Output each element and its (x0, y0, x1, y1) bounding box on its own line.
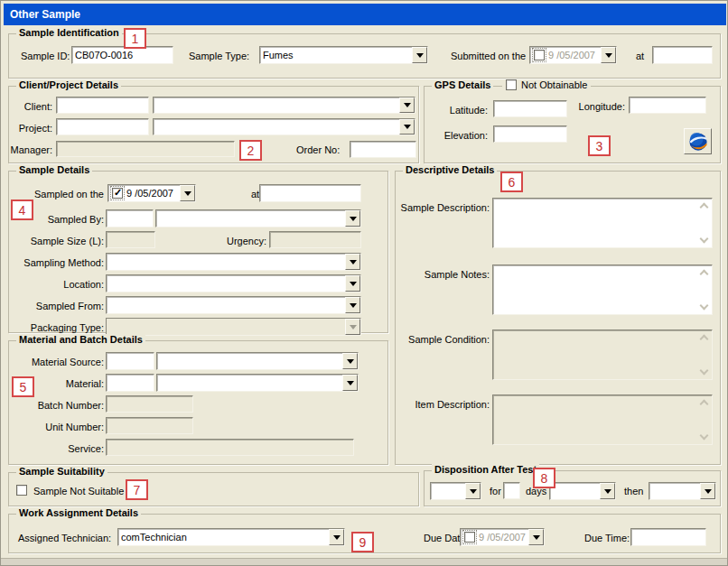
material-source-code-input[interactable] (106, 352, 154, 370)
material-code-input[interactable] (106, 374, 154, 392)
dropdown-arrow-icon[interactable] (345, 275, 360, 292)
group-title-disposition: Disposition After Test (432, 464, 539, 475)
material-source-combobox[interactable] (156, 352, 359, 370)
disposition-period-combobox[interactable] (549, 482, 616, 500)
assigned-technician-label: Assigned Technician: (18, 533, 111, 544)
disposition-action-combobox[interactable] (430, 482, 481, 500)
material-combobox[interactable] (156, 374, 359, 392)
due-time-label: Due Time: (584, 533, 630, 544)
submitted-on-label: Submitted on the (451, 51, 526, 62)
dropdown-arrow-icon[interactable] (465, 483, 481, 499)
dropdown-arrow-icon[interactable] (399, 97, 415, 113)
group-sample-identification: Sample Identification Sample ID: Sample … (8, 33, 721, 79)
client-label: Client: (9, 101, 52, 113)
annotation-badge-3: 3 (588, 135, 611, 156)
disposition-action-value[interactable] (431, 483, 465, 499)
dropdown-arrow-icon (345, 319, 360, 335)
disposition-then-combobox[interactable] (649, 482, 716, 500)
other-sample-window: Other Sample Sample Identification Sampl… (0, 0, 728, 566)
project-combobox[interactable] (153, 118, 415, 135)
assigned-technician-value[interactable] (118, 529, 329, 545)
order-no-input[interactable] (350, 141, 416, 158)
sample-id-input[interactable] (71, 46, 173, 64)
window-title: Other Sample (10, 8, 80, 21)
dropdown-arrow-icon[interactable] (345, 297, 360, 313)
sampled-on-date-picker[interactable]: ✓ 9 /05/2007 (107, 184, 196, 202)
project-code-input[interactable] (56, 118, 149, 135)
sample-description-field[interactable] (492, 198, 713, 248)
sample-type-combobox[interactable] (259, 46, 428, 64)
sampled-at-label: at (251, 189, 259, 200)
dropdown-arrow-icon[interactable] (329, 529, 344, 545)
dropdown-arrow-icon[interactable] (412, 47, 427, 63)
group-title-client-project: Client/Project Details (16, 79, 121, 90)
location-label: Location: (9, 279, 104, 291)
group-sample-details: Sample Details Sampled on the ✓ 9 /05/20… (8, 171, 388, 333)
location-combobox[interactable] (106, 274, 361, 292)
client-code-input[interactable] (56, 97, 149, 114)
annotation-badge-1: 1 (124, 28, 146, 49)
sample-condition-label: Sample Condition: (396, 334, 490, 346)
sampled-by-combobox[interactable] (155, 209, 361, 227)
dropdown-arrow-icon[interactable] (399, 119, 415, 135)
latitude-input[interactable] (493, 100, 567, 117)
due-date-picker[interactable]: 9 /05/2007 (460, 528, 545, 546)
sample-size-input (106, 231, 155, 248)
dropdown-arrow-icon[interactable] (180, 185, 195, 201)
packaging-type-label: Packaging Type: (9, 322, 104, 334)
sampled-at-input[interactable] (259, 184, 361, 202)
dropdown-arrow-icon[interactable] (342, 375, 358, 391)
dropdown-arrow-icon[interactable] (345, 210, 360, 227)
due-date-checkbox[interactable] (464, 532, 475, 543)
dropdown-arrow-icon[interactable] (345, 254, 360, 270)
google-earth-button[interactable] (684, 128, 712, 154)
sample-notes-textarea[interactable] (493, 265, 712, 314)
sampled-by-value[interactable] (156, 210, 345, 227)
dropdown-arrow-icon[interactable] (601, 47, 616, 63)
dropdown-arrow-icon[interactable] (600, 483, 615, 499)
client-combobox[interactable] (153, 97, 415, 114)
sample-description-textarea[interactable] (493, 199, 712, 247)
sampling-method-combobox[interactable] (106, 253, 361, 271)
group-material-batch: Material and Batch Details Material Sour… (8, 340, 388, 465)
disposition-then-value[interactable] (649, 483, 700, 499)
group-title-material-batch: Material and Batch Details (16, 334, 145, 345)
sample-notes-field[interactable] (492, 264, 713, 315)
dropdown-arrow-icon[interactable] (700, 483, 715, 499)
client-name-value[interactable] (154, 97, 399, 113)
sample-type-label: Sample Type: (189, 51, 249, 62)
sampling-method-value[interactable] (107, 254, 345, 270)
packaging-type-value (107, 319, 345, 335)
group-title-descriptive: Descriptive Details (403, 164, 497, 175)
material-source-value[interactable] (157, 353, 342, 369)
project-name-value[interactable] (154, 119, 399, 135)
dropdown-arrow-icon[interactable] (342, 353, 358, 369)
unit-number-input (106, 417, 193, 434)
not-obtainable-checkbox[interactable] (506, 79, 517, 90)
sample-not-suitable-checkbox[interactable] (16, 485, 27, 496)
assigned-technician-combobox[interactable] (117, 528, 345, 546)
not-obtainable-label: Not Obtainable (521, 79, 587, 90)
disposition-days-input[interactable] (503, 482, 520, 499)
sampled-from-combobox[interactable] (106, 296, 361, 314)
service-label: Service: (9, 443, 104, 455)
dropdown-arrow-icon[interactable] (528, 529, 544, 545)
annotation-badge-2: 2 (239, 140, 262, 161)
location-value[interactable] (107, 275, 345, 292)
sampled-on-checkbox[interactable]: ✓ (112, 188, 123, 199)
packaging-type-combobox (106, 318, 361, 336)
submitted-date-picker[interactable]: 9 /05/2007 (529, 46, 617, 64)
disposition-period-value[interactable] (550, 483, 600, 499)
elevation-input[interactable] (493, 125, 567, 143)
sampled-by-code-input[interactable] (106, 209, 154, 227)
material-value[interactable] (157, 375, 342, 391)
sample-type-value[interactable] (260, 47, 412, 63)
not-obtainable-option[interactable]: Not Obtainable (502, 79, 591, 90)
sampled-from-value[interactable] (107, 297, 345, 313)
longitude-input[interactable] (629, 97, 706, 114)
elevation-label: Elevation: (425, 130, 488, 142)
item-description-field (492, 394, 713, 445)
submitted-at-input[interactable] (652, 46, 713, 64)
submitted-date-checkbox[interactable] (534, 50, 545, 60)
due-time-input[interactable] (630, 528, 706, 546)
